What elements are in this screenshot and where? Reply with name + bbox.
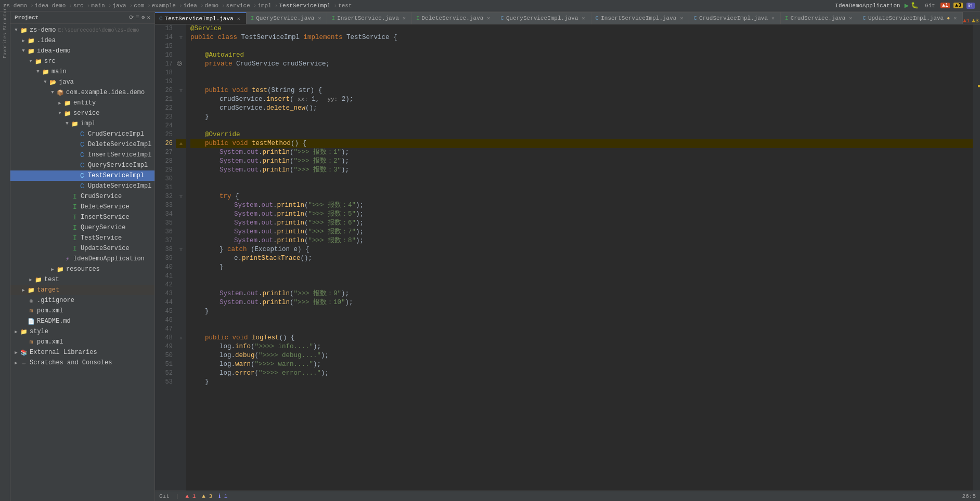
expand-arrow-src[interactable]: ▼ — [27, 58, 34, 65]
fold-20[interactable]: ▽ — [179, 88, 182, 94]
expand-arrow-zs-demo[interactable]: ▼ — [12, 27, 20, 34]
tab-close-DeleteService[interactable]: ✕ — [485, 15, 492, 21]
tree-item-scratches[interactable]: ▶ ✏️ Scratches and Consoles — [10, 358, 154, 368]
error-count[interactable]: ▲1 — [940, 3, 950, 8]
breadcrumb-idea-demo[interactable]: idea-demo — [35, 3, 66, 9]
code-editor[interactable]: @Service public class TestServiceImpl im… — [186, 24, 973, 491]
expand-arrow-com[interactable]: ▼ — [49, 89, 56, 96]
tree-item-TestService[interactable]: I TestService — [10, 233, 154, 243]
tree-item-main[interactable]: ▼ 📁 main — [10, 67, 154, 77]
tree-item-gitignore[interactable]: ◉ .gitignore — [10, 295, 154, 306]
status-warnings[interactable]: ▲ 3 — [202, 493, 212, 499]
breadcrumb-impl[interactable]: impl — [257, 3, 271, 9]
tree-item-InsertService[interactable]: I InsertService — [10, 212, 154, 222]
tree-item-QueryService[interactable]: I QueryService — [10, 222, 154, 233]
tree-item-entity[interactable]: ▶ 📁 entity — [10, 98, 154, 108]
expand-arrow-test[interactable]: ▶ — [27, 276, 34, 283]
status-errors[interactable]: ▲ 1 — [185, 493, 196, 499]
tree-item-src[interactable]: ▼ 📁 src — [10, 56, 154, 67]
breadcrumb-idea[interactable]: idea — [184, 3, 197, 9]
tree-item-idea[interactable]: ▶ 📁 .idea — [10, 35, 154, 46]
tree-item-TestServiceImpl[interactable]: C TestServiceImpl — [10, 170, 154, 181]
expand-arrow-java[interactable]: ▼ — [42, 78, 49, 86]
info-count[interactable]: ℹ1 — [966, 3, 975, 9]
tree-item-pom2[interactable]: m pom.xml — [10, 337, 154, 347]
expand-arrow-service[interactable]: ▼ — [56, 110, 63, 117]
tab-close-QueryServiceImpl[interactable]: ✕ — [581, 15, 587, 21]
status-info[interactable]: ℹ 1 — [218, 493, 227, 499]
hide-icon[interactable]: ✕ — [147, 14, 150, 21]
tree-item-QueryServiceImpl[interactable]: C QueryServiceImpl — [10, 160, 154, 170]
tab-close-TestServiceImpl[interactable]: ✕ — [236, 16, 242, 22]
tree-item-idea-demo[interactable]: ▼ 📁 idea-demo — [10, 46, 154, 56]
expand-arrow-impl[interactable]: ▼ — [63, 120, 71, 127]
favorites-icon[interactable]: Favorites — [1, 42, 9, 50]
gear-icon[interactable]: ⚙ — [141, 14, 145, 21]
breadcrumb-method[interactable]: test — [338, 3, 352, 9]
tree-item-InsertServiceImpl[interactable]: C InsertServiceImpl — [10, 150, 154, 160]
expand-arrow-main[interactable]: ▼ — [34, 68, 42, 75]
sync-icon[interactable]: ⟳ — [129, 14, 134, 21]
expand-arrow-idea[interactable]: ▶ — [20, 37, 27, 44]
tree-item-style[interactable]: ▶ 📁 style — [10, 326, 154, 337]
run-icon[interactable]: ▶ — [905, 1, 909, 10]
tree-item-IdeaDemoApplication[interactable]: ⚡ IdeaDemoApplication — [10, 254, 154, 264]
tree-item-com[interactable]: ▼ 📦 com.example.idea.demo — [10, 87, 154, 98]
tab-close-CrudServiceImpl[interactable]: ✕ — [770, 15, 776, 21]
tree-item-service[interactable]: ▼ 📁 service — [10, 108, 154, 118]
expand-arrow-ext[interactable]: ▶ — [12, 349, 20, 356]
tree-item-CrudServiceImpl[interactable]: C CrudServiceImpl — [10, 129, 154, 139]
tab-InsertService[interactable]: I InsertService.java ✕ — [327, 12, 411, 24]
tab-CrudService[interactable]: I CrudService.java ✕ — [781, 12, 858, 24]
tree-item-test[interactable]: ▶ 📁 test — [10, 274, 154, 285]
tab-CrudServiceImpl[interactable]: C CrudServiceImpl.java ✕ — [689, 12, 781, 24]
expand-arrow-target[interactable]: ▶ — [20, 286, 27, 294]
breadcrumb-file[interactable]: TestServiceImpl — [279, 3, 330, 9]
breadcrumb-src[interactable]: src — [73, 3, 84, 9]
tree-item-zs-demo[interactable]: ▼ 📁 zs-demo E:\sourcecode\demo\zs-demo — [10, 25, 154, 35]
expand-arrow-idea-demo[interactable]: ▼ — [20, 47, 27, 55]
tree-item-ext-libs[interactable]: ▶ 📚 External Libraries — [10, 347, 154, 358]
bookmark-17[interactable]: ⟳ — [177, 61, 182, 66]
fold-38[interactable]: ▽ — [179, 247, 182, 253]
breadcrumb-main[interactable]: main — [91, 3, 105, 9]
tree-item-readme[interactable]: 📄 README.md — [10, 316, 154, 326]
tab-close-UpdateServiceImpl[interactable]: ✕ — [952, 15, 958, 21]
tree-item-java[interactable]: ▼ 📂 java — [10, 77, 154, 87]
breadcrumb-service[interactable]: service — [226, 3, 250, 9]
breadcrumb-demo[interactable]: demo — [205, 3, 218, 9]
tab-close-CrudService[interactable]: ✕ — [847, 15, 854, 21]
tree-item-UpdateService[interactable]: I UpdateService — [10, 243, 154, 254]
warning-count[interactable]: ▲3 — [953, 3, 963, 8]
tab-close-InsertServiceImpl[interactable]: ✕ — [678, 15, 685, 21]
tab-DeleteService[interactable]: I DeleteService.java ✕ — [412, 12, 496, 24]
tree-item-pom[interactable]: m pom.xml — [10, 306, 154, 316]
expand-arrow-entity[interactable]: ▶ — [56, 99, 63, 107]
tree-item-DeleteServiceImpl[interactable]: C DeleteServiceImpl — [10, 139, 154, 150]
structure-icon[interactable]: Structure — [1, 14, 9, 22]
collapse-icon[interactable]: ≡ — [136, 14, 139, 21]
breadcrumb-com[interactable]: com — [134, 3, 144, 9]
expand-arrow-style[interactable]: ▶ — [12, 328, 20, 335]
tree-item-target[interactable]: ▶ 📁 target — [10, 285, 154, 295]
tab-TestServiceImpl[interactable]: C TestServiceImpl.java ✕ — [155, 12, 247, 24]
breadcrumb-java[interactable]: java — [112, 3, 126, 9]
tab-QueryService[interactable]: I QueryService.java ✕ — [247, 12, 328, 24]
status-git[interactable]: Git — [159, 493, 170, 499]
app-title[interactable]: IdeaDemoApplication — [835, 3, 900, 9]
tab-InsertServiceImpl[interactable]: C InsertServiceImpl.java ✕ — [591, 12, 690, 24]
tree-item-DeleteService[interactable]: I DeleteService — [10, 202, 154, 212]
fold-48[interactable]: ▽ — [179, 335, 182, 341]
tab-close-QueryService[interactable]: ✕ — [316, 15, 323, 21]
debug-icon[interactable]: 🐛 — [911, 2, 919, 9]
tab-UpdateServiceImpl[interactable]: C UpdateServiceImpl.java ● ✕ — [858, 12, 963, 24]
breadcrumb-example[interactable]: example — [152, 3, 176, 9]
expand-arrow-scratches[interactable]: ▶ — [12, 359, 20, 366]
fold-32[interactable]: ▽ — [179, 194, 182, 200]
fold-14[interactable]: ▽ — [179, 35, 182, 41]
right-gutter[interactable] — [973, 24, 980, 491]
tree-container[interactable]: ▼ 📁 zs-demo E:\sourcecode\demo\zs-demo ▶… — [10, 24, 154, 501]
tab-close-InsertService[interactable]: ✕ — [401, 15, 407, 21]
tree-item-impl[interactable]: ▼ 📁 impl — [10, 118, 154, 129]
expand-arrow-resources[interactable]: ▶ — [49, 266, 56, 273]
